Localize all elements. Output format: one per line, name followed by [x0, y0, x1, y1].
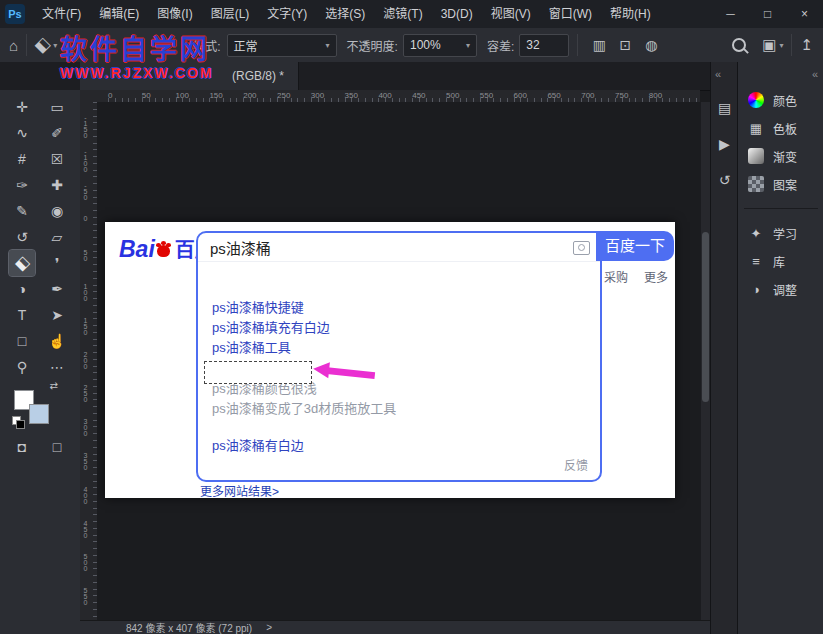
all-layers-toggle-icon[interactable]: ◍: [641, 37, 661, 53]
screen-mode-button[interactable]: □: [44, 434, 70, 460]
close-button[interactable]: ×: [786, 0, 823, 28]
panel-libraries[interactable]: ≡ 库: [738, 247, 823, 275]
minimize-button[interactable]: ─: [712, 0, 749, 28]
right-panel-header: «: [738, 62, 823, 86]
blur-tool[interactable]: ❜: [44, 250, 70, 276]
panel-learn[interactable]: ✦ 学习: [738, 219, 823, 247]
move-tool[interactable]: ✛: [9, 94, 35, 120]
panel-icon-strip: « ▤▶↺: [710, 62, 738, 634]
clone-stamp-tool[interactable]: ◉: [44, 198, 70, 224]
menu-item[interactable]: 图层(L): [202, 0, 259, 28]
panel-swatches[interactable]: ▦ 色板: [738, 114, 823, 142]
lasso-tool[interactable]: ∿: [9, 120, 35, 146]
contiguous-toggle-icon[interactable]: ⊡: [615, 37, 635, 53]
frame-tool[interactable]: ☒: [44, 146, 70, 172]
swap-colors-icon[interactable]: ⇄: [50, 380, 58, 391]
ruler-number: 350: [82, 452, 89, 470]
feedback-link[interactable]: 反馈: [564, 456, 588, 473]
collapse-panel-icon[interactable]: «: [812, 68, 818, 80]
mode-dropdown[interactable]: 正常▾: [227, 34, 337, 57]
type-tool[interactable]: T: [9, 302, 35, 328]
baidu-search-input[interactable]: ps油漆桶: [198, 233, 600, 262]
search-suggestion[interactable]: ps油漆桶填充有白边: [198, 318, 600, 338]
selection-marquee: [204, 361, 312, 384]
rect-marquee-tool[interactable]: ▭: [44, 94, 70, 120]
menu-item[interactable]: 图像(I): [148, 0, 201, 28]
toolbar-bottom-buttons: ◘ □: [9, 434, 70, 460]
eyedropper-tool[interactable]: ✑: [9, 172, 35, 198]
hand-tool[interactable]: ☝: [44, 328, 70, 354]
search-suggestion[interactable]: ps油漆桶变成了3d材质拖放工具: [198, 399, 600, 419]
ruler-number: 650: [547, 91, 560, 100]
quick-selection-tool[interactable]: ✐: [44, 120, 70, 146]
tools-grid: ✛ ▭ ∿ ✐ # ☒ ✑ ✚ ✎ ◉ ↺ ▱: [0, 90, 80, 380]
ruler-number: 400: [82, 486, 89, 504]
menu-item[interactable]: 滤镜(T): [374, 0, 431, 28]
ruler-number: 200: [82, 351, 89, 369]
ruler-number: 550: [480, 91, 493, 100]
panel-adjustments[interactable]: ◑ 调整: [738, 275, 823, 303]
anti-alias-toggle-icon[interactable]: ▥: [589, 37, 609, 53]
zoom-tool[interactable]: ⚲: [9, 354, 35, 380]
more-results-link[interactable]: 更多网站结果>: [200, 482, 279, 499]
vertical-ruler[interactable]: -150-100-5005010015020025030035040045050…: [80, 102, 98, 620]
menu-item[interactable]: 选择(S): [316, 0, 374, 28]
baidu-nav-item[interactable]: 更多: [644, 268, 668, 285]
search-icon[interactable]: [732, 38, 746, 52]
ruler-number: 450: [82, 520, 89, 538]
actions-panel-icon[interactable]: ▶: [711, 136, 738, 152]
tool-preset-icon[interactable]: ◧: [31, 34, 54, 57]
ruler-number: 600: [514, 91, 527, 100]
menu-item[interactable]: 帮助(H): [601, 0, 660, 28]
menu-item[interactable]: 文件(F): [33, 0, 90, 28]
collapse-panels-icon[interactable]: «: [711, 62, 738, 80]
opacity-dropdown[interactable]: 100%▾: [403, 34, 477, 57]
toolbar-ellipsis[interactable]: ⋯: [44, 354, 70, 380]
history-brush-tool[interactable]: ↺: [9, 224, 35, 250]
path-selection-tool[interactable]: ➤: [44, 302, 70, 328]
pen-tool[interactable]: ✒: [44, 276, 70, 302]
crop-tool[interactable]: #: [9, 146, 35, 172]
tolerance-label: 容差:: [487, 37, 514, 54]
share-icon[interactable]: ↥: [800, 36, 813, 54]
menu-item[interactable]: 窗口(W): [540, 0, 601, 28]
quick-mask-button[interactable]: ◘: [9, 434, 35, 460]
canvas-viewport[interactable]: Bai 百度 ps油漆桶 ps油漆桶快捷键ps油漆桶填充有白边ps油漆桶工具ps…: [97, 102, 700, 620]
camera-icon[interactable]: [573, 241, 590, 255]
maximize-button[interactable]: □: [749, 0, 786, 28]
shape-tool[interactable]: □: [9, 328, 35, 354]
eraser-tool[interactable]: ▱: [44, 224, 70, 250]
brush-tool[interactable]: ✎: [9, 198, 35, 224]
search-suggestion[interactable]: ps油漆桶有白边: [198, 436, 600, 456]
search-suggestion[interactable]: ps油漆桶快捷键: [198, 298, 600, 318]
status-chevron-icon[interactable]: >: [266, 622, 272, 633]
chevron-down-icon[interactable]: ▾: [779, 41, 783, 50]
ruler-number: 450: [412, 91, 425, 100]
document-tab[interactable]: (RGB/8) *: [80, 62, 299, 90]
menu-item[interactable]: 3D(D): [432, 0, 482, 28]
document-canvas[interactable]: Bai 百度 ps油漆桶 ps油漆桶快捷键ps油漆桶填充有白边ps油漆桶工具ps…: [105, 222, 675, 498]
left-toolbar: ✛ ▭ ∿ ✐ # ☒ ✑ ✚ ✎ ◉ ↺ ▱: [0, 90, 81, 634]
history-panel-icon[interactable]: ↺: [711, 172, 738, 188]
baidu-search-button[interactable]: 百度一下: [596, 231, 674, 261]
scrollbar-thumb[interactable]: [702, 232, 709, 402]
tolerance-input[interactable]: 32: [519, 34, 569, 57]
default-colors-icon[interactable]: [12, 416, 24, 428]
search-suggestion[interactable]: ps油漆桶工具: [198, 338, 600, 358]
chevron-down-icon[interactable]: ▾: [53, 41, 57, 50]
background-color-swatch[interactable]: [29, 404, 49, 424]
workspace-icon[interactable]: ▣: [762, 36, 776, 54]
menu-item[interactable]: 文字(Y): [258, 0, 316, 28]
dodge-tool[interactable]: ◑: [9, 276, 35, 302]
status-bar: 842 像素 x 407 像素 (72 ppi) >: [80, 620, 710, 634]
paint-bucket-tool[interactable]: ◧: [9, 250, 35, 276]
menu-item[interactable]: 编辑(E): [90, 0, 148, 28]
panel-gradients[interactable]: 渐变: [738, 142, 823, 170]
home-icon[interactable]: ⌂: [9, 37, 18, 54]
baidu-nav-item[interactable]: 采购: [604, 268, 628, 285]
menu-item[interactable]: 视图(V): [482, 0, 540, 28]
healing-brush-tool[interactable]: ✚: [44, 172, 70, 198]
panel-color[interactable]: 颜色: [738, 86, 823, 114]
panel-patterns[interactable]: 图案: [738, 170, 823, 198]
properties-panel-icon[interactable]: ▤: [711, 100, 738, 116]
